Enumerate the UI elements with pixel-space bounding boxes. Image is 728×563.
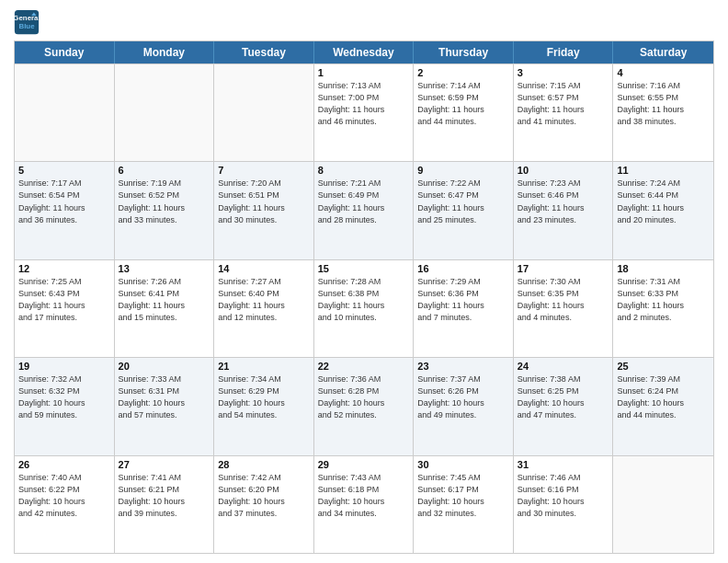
day-info: Sunrise: 7:20 AM Sunset: 6:51 PM Dayligh… — [218, 178, 310, 225]
day-cell-19: 19Sunrise: 7:32 AM Sunset: 6:32 PM Dayli… — [15, 358, 115, 454]
day-number: 25 — [617, 361, 710, 372]
day-info: Sunrise: 7:29 AM Sunset: 6:36 PM Dayligh… — [417, 276, 509, 324]
day-cell-5: 5Sunrise: 7:17 AM Sunset: 6:54 PM Daylig… — [15, 162, 115, 259]
calendar-row-3: 12Sunrise: 7:25 AM Sunset: 6:43 PM Dayli… — [15, 259, 713, 357]
day-cell-26: 26Sunrise: 7:40 AM Sunset: 6:22 PM Dayli… — [15, 456, 115, 553]
day-info: Sunrise: 7:22 AM Sunset: 6:47 PM Dayligh… — [417, 178, 509, 225]
svg-text:Blue: Blue — [18, 22, 35, 30]
day-number: 31 — [518, 459, 609, 470]
calendar: SundayMondayTuesdayWednesdayThursdayFrid… — [14, 40, 714, 554]
calendar-row-2: 5Sunrise: 7:17 AM Sunset: 6:54 PM Daylig… — [15, 161, 713, 259]
day-number: 28 — [218, 459, 310, 470]
day-cell-2: 2Sunrise: 7:14 AM Sunset: 6:59 PM Daylig… — [414, 64, 514, 161]
logo: General Blue — [14, 9, 42, 35]
day-number: 20 — [119, 361, 210, 372]
day-number: 1 — [318, 67, 410, 78]
empty-cell — [15, 64, 115, 161]
day-cell-30: 30Sunrise: 7:45 AM Sunset: 6:17 PM Dayli… — [414, 456, 514, 553]
calendar-row-5: 26Sunrise: 7:40 AM Sunset: 6:22 PM Dayli… — [15, 455, 713, 553]
day-info: Sunrise: 7:15 AM Sunset: 6:57 PM Dayligh… — [518, 80, 609, 128]
day-cell-24: 24Sunrise: 7:38 AM Sunset: 6:25 PM Dayli… — [514, 358, 614, 454]
day-info: Sunrise: 7:38 AM Sunset: 6:25 PM Dayligh… — [518, 373, 609, 421]
day-info: Sunrise: 7:26 AM Sunset: 6:41 PM Dayligh… — [119, 276, 210, 324]
day-number: 15 — [318, 263, 410, 274]
day-cell-22: 22Sunrise: 7:36 AM Sunset: 6:28 PM Dayli… — [314, 358, 415, 454]
header: General Blue — [14, 9, 714, 35]
day-number: 7 — [218, 165, 310, 176]
day-number: 27 — [119, 459, 210, 470]
day-number: 14 — [218, 263, 310, 274]
day-cell-10: 10Sunrise: 7:23 AM Sunset: 6:46 PM Dayli… — [514, 162, 614, 259]
day-cell-25: 25Sunrise: 7:39 AM Sunset: 6:24 PM Dayli… — [613, 358, 713, 454]
day-cell-6: 6Sunrise: 7:19 AM Sunset: 6:52 PM Daylig… — [115, 162, 215, 259]
day-number: 24 — [518, 361, 609, 372]
empty-cell — [613, 456, 713, 553]
day-number: 5 — [18, 165, 110, 176]
day-cell-27: 27Sunrise: 7:41 AM Sunset: 6:21 PM Dayli… — [115, 456, 215, 553]
day-info: Sunrise: 7:21 AM Sunset: 6:49 PM Dayligh… — [318, 178, 410, 225]
day-info: Sunrise: 7:37 AM Sunset: 6:26 PM Dayligh… — [417, 373, 509, 421]
day-number: 12 — [18, 263, 110, 274]
day-cell-20: 20Sunrise: 7:33 AM Sunset: 6:31 PM Dayli… — [115, 358, 215, 454]
day-info: Sunrise: 7:39 AM Sunset: 6:24 PM Dayligh… — [617, 373, 710, 421]
day-cell-9: 9Sunrise: 7:22 AM Sunset: 6:47 PM Daylig… — [414, 162, 514, 259]
day-info: Sunrise: 7:17 AM Sunset: 6:54 PM Dayligh… — [18, 178, 110, 225]
day-number: 26 — [18, 459, 110, 470]
day-info: Sunrise: 7:43 AM Sunset: 6:18 PM Dayligh… — [318, 472, 410, 520]
day-info: Sunrise: 7:30 AM Sunset: 6:35 PM Dayligh… — [518, 276, 609, 324]
day-number: 4 — [617, 67, 710, 78]
day-cell-12: 12Sunrise: 7:25 AM Sunset: 6:43 PM Dayli… — [15, 260, 115, 357]
header-cell-thursday: Thursday — [414, 41, 514, 63]
day-cell-23: 23Sunrise: 7:37 AM Sunset: 6:26 PM Dayli… — [414, 358, 514, 454]
day-number: 19 — [18, 361, 110, 372]
day-cell-3: 3Sunrise: 7:15 AM Sunset: 6:57 PM Daylig… — [514, 64, 614, 161]
day-cell-31: 31Sunrise: 7:46 AM Sunset: 6:16 PM Dayli… — [514, 456, 614, 553]
day-number: 10 — [518, 165, 609, 176]
logo-icon: General Blue — [14, 9, 40, 35]
day-cell-29: 29Sunrise: 7:43 AM Sunset: 6:18 PM Dayli… — [314, 456, 415, 553]
day-number: 17 — [518, 263, 609, 274]
day-number: 16 — [417, 263, 509, 274]
day-info: Sunrise: 7:34 AM Sunset: 6:29 PM Dayligh… — [218, 373, 310, 421]
calendar-body: 1Sunrise: 7:13 AM Sunset: 7:00 PM Daylig… — [15, 63, 713, 553]
day-cell-7: 7Sunrise: 7:20 AM Sunset: 6:51 PM Daylig… — [214, 162, 314, 259]
empty-cell — [214, 64, 314, 161]
day-info: Sunrise: 7:24 AM Sunset: 6:44 PM Dayligh… — [617, 178, 710, 225]
day-info: Sunrise: 7:41 AM Sunset: 6:21 PM Dayligh… — [119, 472, 210, 520]
calendar-row-4: 19Sunrise: 7:32 AM Sunset: 6:32 PM Dayli… — [15, 357, 713, 454]
day-number: 8 — [318, 165, 410, 176]
day-info: Sunrise: 7:19 AM Sunset: 6:52 PM Dayligh… — [119, 178, 210, 225]
day-cell-11: 11Sunrise: 7:24 AM Sunset: 6:44 PM Dayli… — [613, 162, 713, 259]
day-info: Sunrise: 7:32 AM Sunset: 6:32 PM Dayligh… — [18, 373, 110, 421]
day-info: Sunrise: 7:45 AM Sunset: 6:17 PM Dayligh… — [417, 472, 509, 520]
day-info: Sunrise: 7:40 AM Sunset: 6:22 PM Dayligh… — [18, 472, 110, 520]
day-cell-8: 8Sunrise: 7:21 AM Sunset: 6:49 PM Daylig… — [314, 162, 415, 259]
day-number: 29 — [318, 459, 410, 470]
day-info: Sunrise: 7:16 AM Sunset: 6:55 PM Dayligh… — [617, 80, 710, 128]
day-info: Sunrise: 7:13 AM Sunset: 7:00 PM Dayligh… — [318, 80, 410, 128]
day-cell-21: 21Sunrise: 7:34 AM Sunset: 6:29 PM Dayli… — [214, 358, 314, 454]
day-info: Sunrise: 7:23 AM Sunset: 6:46 PM Dayligh… — [518, 178, 609, 225]
day-cell-14: 14Sunrise: 7:27 AM Sunset: 6:40 PM Dayli… — [214, 260, 314, 357]
day-info: Sunrise: 7:36 AM Sunset: 6:28 PM Dayligh… — [318, 373, 410, 421]
day-number: 3 — [518, 67, 609, 78]
day-number: 2 — [417, 67, 509, 78]
day-info: Sunrise: 7:14 AM Sunset: 6:59 PM Dayligh… — [417, 80, 509, 128]
day-number: 30 — [417, 459, 509, 470]
day-info: Sunrise: 7:42 AM Sunset: 6:20 PM Dayligh… — [218, 472, 310, 520]
day-number: 18 — [617, 263, 710, 274]
header-cell-wednesday: Wednesday — [314, 41, 415, 63]
day-cell-13: 13Sunrise: 7:26 AM Sunset: 6:41 PM Dayli… — [115, 260, 215, 357]
header-cell-monday: Monday — [115, 41, 215, 63]
day-cell-1: 1Sunrise: 7:13 AM Sunset: 7:00 PM Daylig… — [314, 64, 415, 161]
day-cell-18: 18Sunrise: 7:31 AM Sunset: 6:33 PM Dayli… — [613, 260, 713, 357]
day-number: 13 — [119, 263, 210, 274]
day-number: 23 — [417, 361, 509, 372]
empty-cell — [115, 64, 215, 161]
day-info: Sunrise: 7:31 AM Sunset: 6:33 PM Dayligh… — [617, 276, 710, 324]
day-cell-17: 17Sunrise: 7:30 AM Sunset: 6:35 PM Dayli… — [514, 260, 614, 357]
header-cell-sunday: Sunday — [15, 41, 115, 63]
day-info: Sunrise: 7:28 AM Sunset: 6:38 PM Dayligh… — [318, 276, 410, 324]
day-number: 11 — [617, 165, 710, 176]
calendar-header-row: SundayMondayTuesdayWednesdayThursdayFrid… — [15, 41, 713, 63]
